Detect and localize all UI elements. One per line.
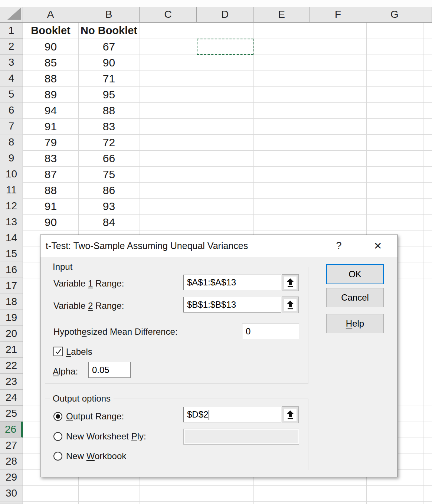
variable2-range-picker-button[interactable] bbox=[282, 297, 299, 313]
cell-B1[interactable]: No Booklet bbox=[78, 23, 140, 39]
row-header-partial[interactable] bbox=[0, 501, 23, 504]
variable2-range-label: Variable 2 Range: bbox=[53, 301, 124, 311]
column-header-F[interactable]: F bbox=[310, 7, 366, 23]
hypothesized-mean-difference-input[interactable]: 0 bbox=[242, 324, 299, 339]
cell-B3[interactable]: 90 bbox=[78, 55, 140, 71]
top-strip bbox=[0, 0, 432, 7]
row-header-1[interactable]: 1 bbox=[0, 23, 23, 39]
row-header-12[interactable]: 12 bbox=[0, 198, 23, 214]
row-header-2[interactable]: 2 bbox=[0, 39, 23, 55]
output-range-radio[interactable] bbox=[53, 412, 62, 421]
row-header-19[interactable]: 19 bbox=[0, 310, 23, 326]
row-header-30[interactable]: 30 bbox=[0, 485, 23, 501]
column-header-G[interactable]: G bbox=[366, 7, 423, 23]
cell-A10[interactable]: 87 bbox=[23, 166, 78, 182]
row-header-25[interactable]: 25 bbox=[0, 406, 23, 422]
cell-A6[interactable]: 94 bbox=[23, 102, 78, 118]
alpha-label: Alpha: bbox=[53, 366, 78, 377]
column-header-partial[interactable] bbox=[423, 7, 432, 23]
hypothesized-mean-difference-label: Hypothesized Mean Difference: bbox=[53, 327, 177, 337]
input-group-label: Input bbox=[50, 262, 75, 272]
row-header-9[interactable]: 9 bbox=[0, 150, 23, 166]
cell-B6[interactable]: 88 bbox=[78, 102, 140, 118]
dialog-title: t-Test: Two-Sample Assuming Unequal Vari… bbox=[46, 235, 248, 257]
row-header-24[interactable]: 24 bbox=[0, 390, 23, 406]
row-header-15[interactable]: 15 bbox=[0, 246, 23, 262]
variable1-range-label: Variable 1 Range: bbox=[53, 278, 124, 289]
row-header-13[interactable]: 13 bbox=[0, 214, 23, 230]
gridline-horizontal bbox=[23, 485, 432, 486]
cell-A4[interactable]: 88 bbox=[23, 71, 78, 86]
row-header-21[interactable]: 21 bbox=[0, 342, 23, 358]
cell-B7[interactable]: 83 bbox=[78, 118, 140, 134]
row-header-8[interactable]: 8 bbox=[0, 134, 23, 150]
cell-A11[interactable]: 88 bbox=[23, 182, 78, 198]
select-all-button[interactable] bbox=[0, 7, 23, 23]
cell-B2[interactable]: 67 bbox=[78, 39, 140, 55]
cell-B13[interactable]: 84 bbox=[78, 214, 140, 230]
cell-A7[interactable]: 91 bbox=[23, 118, 78, 134]
collapse-dialog-icon bbox=[284, 299, 297, 311]
new-workbook-radio[interactable] bbox=[53, 452, 62, 461]
row-header-16[interactable]: 16 bbox=[0, 262, 23, 278]
new-worksheet-ply-radio[interactable] bbox=[53, 432, 62, 441]
row-header-28[interactable]: 28 bbox=[0, 454, 23, 469]
ok-button[interactable]: OK bbox=[326, 264, 384, 284]
cell-B4[interactable]: 71 bbox=[78, 71, 140, 86]
dialog-titlebar[interactable]: t-Test: Two-Sample Assuming Unequal Vari… bbox=[40, 235, 397, 257]
column-header-D[interactable]: D bbox=[197, 7, 253, 23]
variable1-range-picker-button[interactable] bbox=[282, 274, 299, 291]
output-range-picker-button[interactable] bbox=[282, 406, 299, 423]
gridline-horizontal bbox=[23, 501, 432, 502]
cell-B8[interactable]: 72 bbox=[78, 134, 140, 150]
new-worksheet-ply-input bbox=[183, 429, 299, 445]
cell-B11[interactable]: 86 bbox=[78, 182, 140, 198]
column-header-A[interactable]: A bbox=[23, 7, 78, 23]
row-header-6[interactable]: 6 bbox=[0, 102, 23, 118]
cell-A12[interactable]: 91 bbox=[23, 198, 78, 214]
labels-checkbox-label[interactable]: Labels bbox=[66, 347, 92, 357]
cell-A3[interactable]: 85 bbox=[23, 55, 78, 71]
select-all-triangle-icon bbox=[7, 7, 21, 20]
row-header-27[interactable]: 27 bbox=[0, 438, 23, 454]
dialog-close-button[interactable]: ✕ bbox=[366, 235, 390, 257]
new-worksheet-ply-label[interactable]: New Worksheet Ply: bbox=[66, 431, 146, 442]
row-header-4[interactable]: 4 bbox=[0, 71, 23, 86]
cell-B5[interactable]: 95 bbox=[78, 86, 140, 102]
row-header-20[interactable]: 20 bbox=[0, 326, 23, 342]
alpha-input[interactable]: 0.05 bbox=[88, 362, 131, 378]
cell-B9[interactable]: 66 bbox=[78, 150, 140, 166]
cell-A5[interactable]: 89 bbox=[23, 86, 78, 102]
row-header-3[interactable]: 3 bbox=[0, 55, 23, 71]
row-header-23[interactable]: 23 bbox=[0, 374, 23, 390]
column-header-C[interactable]: C bbox=[140, 7, 197, 23]
variable1-range-input[interactable]: $A$1:$A$13 bbox=[183, 275, 281, 290]
row-header-17[interactable]: 17 bbox=[0, 278, 23, 294]
labels-checkbox[interactable] bbox=[53, 347, 63, 356]
row-header-18[interactable]: 18 bbox=[0, 294, 23, 310]
column-header-B[interactable]: B bbox=[78, 7, 140, 23]
new-workbook-label[interactable]: New Workbook bbox=[66, 451, 126, 461]
column-header-E[interactable]: E bbox=[253, 7, 310, 23]
cell-B10[interactable]: 75 bbox=[78, 166, 140, 182]
row-header-26[interactable]: 26 bbox=[0, 422, 23, 438]
cell-A13[interactable]: 90 bbox=[23, 214, 78, 230]
output-range-label[interactable]: Output Range: bbox=[66, 411, 124, 422]
row-header-10[interactable]: 10 bbox=[0, 166, 23, 182]
row-header-14[interactable]: 14 bbox=[0, 230, 23, 246]
cancel-button[interactable]: Cancel bbox=[326, 288, 384, 307]
cell-A2[interactable]: 90 bbox=[23, 39, 78, 55]
variable2-range-input[interactable]: $B$1:$B$13 bbox=[183, 297, 281, 312]
cell-A9[interactable]: 83 bbox=[23, 150, 78, 166]
cell-A8[interactable]: 79 bbox=[23, 134, 78, 150]
row-header-29[interactable]: 29 bbox=[0, 469, 23, 485]
row-header-5[interactable]: 5 bbox=[0, 86, 23, 102]
cell-A1[interactable]: Booklet bbox=[23, 23, 78, 39]
row-header-22[interactable]: 22 bbox=[0, 358, 23, 374]
help-button[interactable]: Help bbox=[326, 314, 384, 333]
row-header-11[interactable]: 11 bbox=[0, 182, 23, 198]
cell-B12[interactable]: 93 bbox=[78, 198, 140, 214]
row-header-7[interactable]: 7 bbox=[0, 118, 23, 134]
dialog-help-button[interactable]: ? bbox=[327, 235, 351, 257]
output-range-input[interactable]: $D$2 bbox=[183, 407, 281, 422]
